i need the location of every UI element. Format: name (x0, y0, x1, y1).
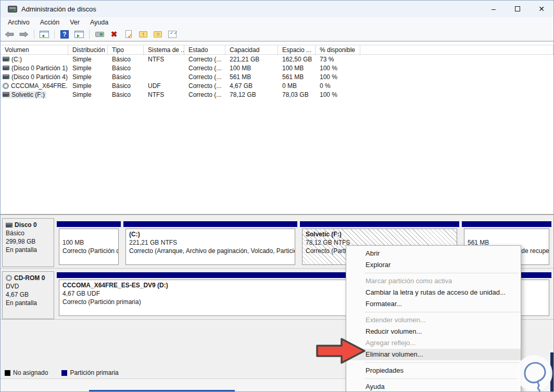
cdrom0-panel[interactable]: CD-ROM 0 DVD 4,67 GB En pantalla (2, 271, 54, 319)
menu-separator (365, 378, 519, 379)
folder-open-button[interactable] (137, 29, 149, 40)
cell-capacidad: 561 MB (225, 73, 278, 81)
disk-icon (6, 223, 12, 227)
menu-separator (365, 362, 519, 363)
cell-sistema: NTFS (144, 56, 184, 63)
partition-size: 100 MB (62, 238, 115, 247)
cell-espacio: 0 MB (278, 82, 316, 90)
menu-accion[interactable]: Acción (35, 18, 65, 27)
header-estado[interactable]: Estado (184, 45, 225, 55)
action-pane-button[interactable] (73, 29, 85, 40)
disk0-size: 299,98 GB (6, 237, 51, 246)
disk0-type: Básico (6, 229, 51, 237)
partition-size: 221,21 GB NTFS (129, 238, 292, 247)
maximize-button[interactable] (506, 1, 530, 17)
context-menu: Abrir Explorar Marcar partición como act… (346, 245, 521, 392)
cell-disponible: 73 % (316, 56, 360, 63)
back-button[interactable] (4, 29, 15, 40)
legend-unallocated-label: No asignado (13, 369, 48, 376)
task-check-button[interactable] (123, 29, 134, 40)
menu-separator (365, 312, 519, 312)
volume-name: (C:) (11, 56, 22, 63)
header-sistema[interactable]: Sistema de ... (144, 45, 184, 55)
menu-item-eliminar-volumen[interactable]: Eliminar volumen... (346, 349, 521, 360)
table-row-cccoma[interactable]: CCCOMA_X64FRE... Simple Básico UDF Corre… (1, 81, 553, 90)
cell-distribucion: Simple (68, 65, 108, 72)
menu-item-marcar-particion: Marcar partición como activa (346, 275, 521, 287)
table-row-solvetic[interactable]: Solvetic (F:) Simple Básico NTFS Correct… (1, 90, 553, 99)
menu-bar: Archivo Acción Ver Ayuda (1, 17, 553, 28)
forward-button[interactable] (18, 29, 30, 40)
cd-icon (3, 83, 9, 89)
header-espacio[interactable]: Espacio ... (278, 45, 316, 55)
folder-open-icon (139, 31, 147, 37)
checklist-button[interactable]: ✓✓ (167, 29, 178, 40)
header-distribucion[interactable]: Distribución (68, 45, 108, 55)
cell-tipo: Básico (108, 91, 144, 98)
folder-explore-button[interactable] (152, 29, 163, 40)
header-capacidad[interactable]: Capacidad (225, 45, 278, 55)
toolbar: ? ✖ ✓✓ (1, 28, 553, 41)
disk0-name: Disco 0 (15, 221, 37, 229)
menu-item-cambiar-letra[interactable]: Cambiar la letra y rutas de acceso de un… (346, 287, 521, 298)
delete-icon: ✖ (111, 30, 118, 38)
table-row-particion4[interactable]: (Disco 0 Partición 4) Simple Básico Corr… (1, 72, 553, 81)
menu-ayuda[interactable]: Ayuda (85, 18, 114, 27)
folder-explore-icon (154, 31, 162, 37)
menu-item-explorar[interactable]: Explorar (346, 259, 521, 271)
legend-primary-label: Partición primaria (70, 369, 118, 376)
disk-icon (3, 92, 9, 97)
cell-distribucion: Simple (68, 56, 108, 63)
partition-label: (C:) (129, 230, 292, 238)
disk0-panel[interactable]: Disco 0 Básico 299,98 GB En pantalla (2, 218, 54, 267)
console-tree-button[interactable] (39, 29, 50, 40)
page-background-strip (89, 390, 235, 392)
cell-tipo: Básico (108, 73, 144, 81)
disk-icon (3, 57, 9, 61)
delete-button[interactable]: ✖ (108, 29, 120, 40)
window-title: Administración de discos (21, 5, 96, 13)
volume-list-pane: Volumen Distribución Tipo Sistema de ...… (1, 41, 553, 214)
disk-management-window: Administración de discos – ✕ Archivo Acc… (0, 0, 554, 392)
header-tipo[interactable]: Tipo (108, 45, 144, 55)
menu-item-abrir[interactable]: Abrir (346, 248, 521, 259)
close-icon: ✕ (538, 5, 545, 13)
toolbar-separator (54, 30, 55, 39)
help-button[interactable]: ? (59, 29, 70, 40)
table-row-particion1[interactable]: (Disco 0 Partición 1) Simple Básico Corr… (1, 64, 553, 72)
menu-ver[interactable]: Ver (65, 18, 85, 27)
partition-system-100mb[interactable]: 100 MB Correcto (Partición del sistema) (57, 221, 121, 265)
menu-item-extender-volumen: Extender volumen... (346, 314, 521, 326)
disk-icon (3, 74, 9, 79)
menu-item-agregar-reflejo: Agregar reflejo... (346, 337, 521, 349)
cell-sistema: UDF (144, 82, 184, 90)
primary-partition-bar (123, 221, 297, 227)
primary-partition-bar (300, 221, 459, 227)
menu-item-reducir-volumen[interactable]: Reducir volumen... (346, 326, 521, 337)
volume-name: Solvetic (F:) (11, 91, 45, 98)
menu-item-ayuda[interactable]: Ayuda (346, 381, 521, 392)
close-button[interactable]: ✕ (530, 1, 553, 17)
menu-item-propiedades[interactable]: Propiedades (346, 365, 521, 376)
menu-separator (365, 273, 519, 273)
header-filler (360, 45, 553, 55)
lightbulb-logo (515, 354, 553, 392)
partition-c[interactable]: (C:) 221,21 GB NTFS Correcto (Arranque, … (123, 221, 297, 265)
volume-name: CCCOMA_X64FRE... (11, 82, 68, 90)
cell-distribucion: Simple (68, 73, 108, 81)
cdrom0-name: CD-ROM 0 (14, 274, 45, 282)
cell-capacidad: 100 MB (225, 65, 278, 72)
menu-item-formatear[interactable]: Formatear... (346, 298, 521, 310)
header-volumen[interactable]: Volumen (1, 45, 68, 55)
cell-tipo: Básico (108, 56, 144, 63)
legend-unallocated-swatch (5, 370, 10, 376)
table-row-c[interactable]: (C:) Simple Básico NTFS Correcto (... 22… (1, 55, 553, 64)
remote-computer-button[interactable] (94, 29, 105, 40)
menu-archivo[interactable]: Archivo (3, 18, 35, 27)
partition-label (468, 230, 546, 238)
remote-computer-icon (95, 32, 104, 37)
cell-disponible: 100 % (316, 91, 360, 98)
header-disponible[interactable]: % disponible (316, 45, 360, 55)
checklist-icon: ✓✓ (168, 31, 177, 38)
minimize-button[interactable]: – (482, 1, 506, 17)
